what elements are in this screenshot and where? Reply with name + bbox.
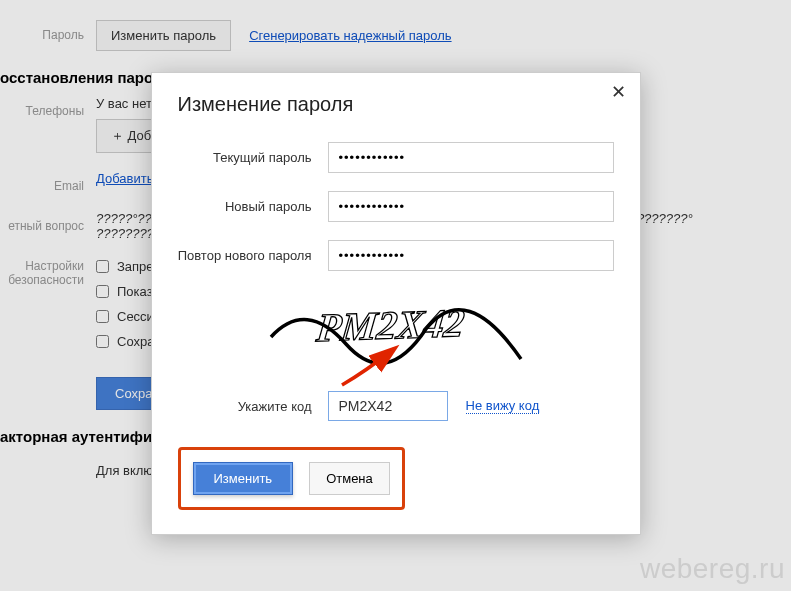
- captcha-code-row: Укажите код Не вижу код: [178, 391, 614, 421]
- submit-change-button[interactable]: Изменить: [193, 462, 294, 495]
- modal-overlay: ✕ Изменение пароля Текущий пароль Новый …: [0, 0, 791, 591]
- svg-text:PM2X42: PM2X42: [313, 300, 466, 350]
- code-label: Укажите код: [178, 399, 328, 414]
- repeat-password-input[interactable]: [328, 240, 614, 271]
- close-icon[interactable]: ✕: [611, 83, 626, 101]
- new-password-input[interactable]: [328, 191, 614, 222]
- current-password-row: Текущий пароль: [178, 142, 614, 173]
- current-password-input[interactable]: [328, 142, 614, 173]
- new-password-label: Новый пароль: [178, 199, 328, 214]
- modal-actions-highlight: Изменить Отмена: [178, 447, 405, 510]
- cancel-button[interactable]: Отмена: [309, 462, 390, 495]
- change-password-modal: ✕ Изменение пароля Текущий пароль Новый …: [151, 72, 641, 535]
- captcha-code-input[interactable]: [328, 391, 448, 421]
- captcha-image: PM2X42: [178, 289, 614, 379]
- cannot-see-code-link[interactable]: Не вижу код: [466, 398, 540, 414]
- repeat-password-row: Повтор нового пароля: [178, 240, 614, 271]
- repeat-password-label: Повтор нового пароля: [178, 248, 328, 263]
- new-password-row: Новый пароль: [178, 191, 614, 222]
- current-password-label: Текущий пароль: [178, 150, 328, 165]
- modal-title: Изменение пароля: [178, 93, 614, 116]
